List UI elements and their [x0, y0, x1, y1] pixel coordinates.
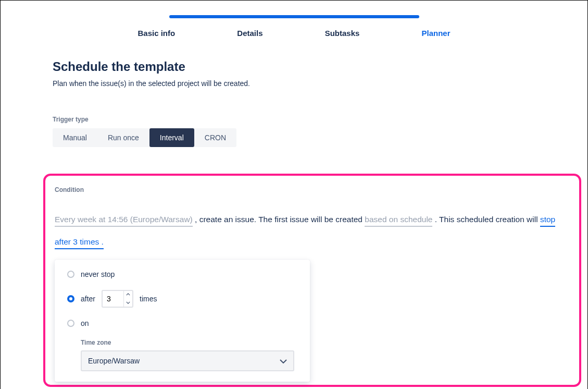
- timezone-label: Time zone: [81, 339, 297, 346]
- page-title: Schedule the template: [53, 59, 535, 74]
- trigger-type-label: Trigger type: [53, 116, 535, 123]
- condition-label: Condition: [55, 186, 570, 193]
- condition-highlight: Condition Every week at 14:56 (Europe/Wa…: [43, 174, 581, 387]
- timezone-select[interactable]: Europe/Warsaw: [81, 350, 294, 371]
- progress-bar: [169, 15, 419, 18]
- radio-after[interactable]: [67, 295, 74, 302]
- radio-never-stop[interactable]: [67, 271, 74, 278]
- trigger-cron[interactable]: CRON: [194, 128, 236, 147]
- trigger-type-group: Manual Run once Interval CRON: [53, 128, 236, 147]
- cond-schedule-link[interactable]: Every week at 14:56 (Europe/Warsaw): [55, 215, 193, 227]
- radio-on[interactable]: [67, 320, 74, 327]
- radio-after-suffix: times: [140, 295, 157, 303]
- tab-subtasks[interactable]: Subtasks: [325, 29, 360, 38]
- trigger-run-once[interactable]: Run once: [97, 128, 149, 147]
- tab-details[interactable]: Details: [237, 29, 262, 38]
- stop-condition-popover: never stop after times: [55, 260, 310, 382]
- trigger-interval[interactable]: Interval: [149, 128, 194, 147]
- timezone-value: Europe/Warsaw: [88, 357, 140, 365]
- radio-never-stop-label: never stop: [81, 270, 115, 278]
- cond-text-1: , create an issue. The first issue will …: [193, 215, 365, 224]
- cond-text-2: . This scheduled creation will: [432, 215, 540, 224]
- chevron-down-icon: [280, 357, 287, 365]
- after-times-field[interactable]: [102, 290, 133, 308]
- stepper-down-icon[interactable]: [124, 299, 132, 307]
- page-subtitle: Plan when the issue(s) in the selected p…: [53, 79, 535, 88]
- wizard-stepper: Basic info Details Subtasks Planner: [1, 1, 587, 38]
- cond-based-link[interactable]: based on schedule: [365, 215, 432, 227]
- after-times-input[interactable]: [103, 295, 123, 303]
- radio-on-label: on: [81, 319, 89, 327]
- trigger-manual[interactable]: Manual: [53, 128, 97, 147]
- radio-after-prefix: after: [81, 295, 95, 303]
- condition-sentence: Every week at 14:56 (Europe/Warsaw) , cr…: [55, 208, 570, 253]
- tab-planner[interactable]: Planner: [421, 29, 450, 38]
- stepper-up-icon[interactable]: [124, 290, 132, 299]
- tab-basic-info[interactable]: Basic info: [138, 29, 176, 38]
